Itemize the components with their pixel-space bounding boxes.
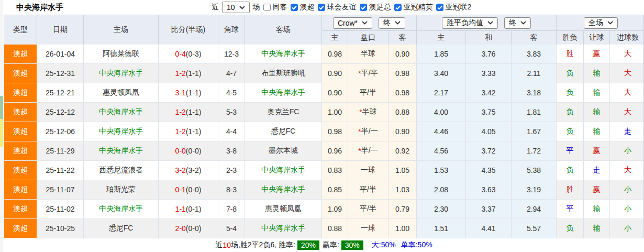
col-header-date: 日期 (37, 15, 84, 45)
avg-lose-odds: 2.11 (512, 64, 557, 83)
league-checkbox-2-label: 球会友谊 (327, 3, 357, 12)
result-goals: 小 (624, 185, 631, 194)
league-badge: 澳超 (4, 45, 37, 63)
odds-away: 0.90 (388, 45, 417, 63)
recent-count-select[interactable]: 10 (222, 2, 250, 13)
scope-select[interactable]: 全场 (584, 17, 618, 29)
result-goals: 大 (624, 166, 631, 175)
odds-away: 0.98 (388, 83, 417, 102)
average-dropdown-group: 胜平负均值 终 (417, 15, 557, 30)
handicap-rate-label: 赢率: (323, 240, 339, 250)
col-header-home: 主场 (84, 15, 159, 45)
away-team: 悉尼FC (271, 127, 296, 136)
avg-draw-odds: 3.75 (466, 103, 512, 122)
odds-home: 0.90 (322, 64, 348, 83)
league-badge: 澳超 (4, 83, 37, 102)
avg-lose-odds: 3.18 (512, 83, 557, 102)
result-goals: 走 (624, 127, 631, 136)
league-checkbox-1[interactable] (291, 4, 298, 11)
away-team: 惠灵顿凤凰 (265, 204, 302, 214)
check-icon (437, 5, 442, 10)
avg-lose-odds: 2.94 (512, 200, 557, 218)
handicap-line: 平/半 (360, 185, 376, 194)
score-fulltime: 1-2 (175, 127, 186, 136)
table-row: 澳超 26-01-04 阿德莱德联 0-4(0-3) 12-3 中央海岸水手 0… (4, 45, 643, 64)
subheader-winloss: 胜负 (557, 30, 584, 45)
table-row: 澳超 25-12-21 惠灵顿凤凰 3-1(1-1) 4-5 中央海岸水手 0.… (4, 83, 643, 103)
result-winloss: 负 (567, 88, 574, 97)
result-goals: 大 (624, 88, 631, 97)
league-checkbox-4[interactable] (394, 4, 402, 11)
odds-home: 0.88 (322, 219, 348, 238)
home-team: 悉尼FC (109, 224, 134, 233)
result-goals: 小 (624, 224, 631, 233)
corner-score: 7-8 (218, 200, 245, 218)
match-date: 25-11-29 (37, 141, 84, 160)
avg-draw-odds: 4.05 (466, 122, 512, 141)
result-goals: 小 (624, 204, 631, 214)
league-checkbox-5[interactable] (436, 4, 443, 11)
score-halftime: (3-2) (186, 166, 202, 174)
chevron-down-icon (487, 21, 493, 25)
match-history-panel: 中央海岸水手 近 10 场 同客 澳超 (0, 0, 644, 252)
odds-away: 0.98 (388, 64, 417, 83)
avg-lose-odds: 1.67 (512, 122, 557, 141)
corner-score: 5-4 (218, 219, 245, 238)
avg-draw-odds: 4.35 (466, 161, 512, 180)
away-team: 墨尔本城 (269, 146, 298, 156)
home-team: 西悉尼流浪者 (99, 166, 143, 175)
result-handicap: 走 (593, 166, 601, 175)
handicap-line: 平/半 (360, 88, 376, 97)
match-date: 25-12-06 (37, 122, 84, 141)
corner-score: 4-5 (218, 83, 245, 102)
league-checkbox-1-label: 澳超 (300, 3, 315, 12)
avg-win-odds: 3.40 (417, 64, 466, 83)
handicap-line: 半球 (362, 107, 377, 117)
col-header-away: 客场 (245, 15, 322, 45)
result-handicap: 输 (593, 69, 601, 78)
same-away-label: 同客 (273, 3, 287, 12)
recent-label: 近 (212, 3, 219, 12)
odds-home: 0.85 (322, 180, 348, 199)
match-date: 25-11-07 (37, 180, 84, 199)
odds-away: 0.92 (388, 141, 417, 160)
match-date: 25-12-12 (37, 103, 84, 122)
summary-text: 场,胜2平2负6, 胜率: (231, 240, 295, 250)
avg-win-odds: 4.00 (417, 103, 466, 122)
bookmaker-select[interactable]: Crow* (333, 17, 372, 29)
match-date: 25-11-22 (37, 161, 84, 180)
average-time-select[interactable]: 终 (504, 17, 531, 29)
league-checkbox-4-label: 亚冠精英 (404, 3, 433, 12)
result-winloss: 负 (567, 107, 574, 117)
result-handicap: 输 (593, 88, 601, 97)
home-team: 珀斯光荣 (106, 185, 136, 194)
bookmaker-time-select[interactable]: 终 (379, 17, 405, 29)
avg-lose-odds: 1.72 (512, 141, 557, 160)
check-icon (319, 5, 324, 10)
result-goals: 小 (624, 146, 631, 156)
single-rate-stat: 单率:50% (401, 240, 432, 250)
subheader-handicap: 盘口 (348, 30, 388, 45)
result-winloss: 负 (567, 69, 574, 78)
win-rate-badge: 20% (297, 240, 319, 250)
subheader-odds-home: 主 (322, 30, 348, 45)
match-date: 25-10-25 (37, 219, 84, 238)
same-away-checkbox[interactable] (263, 4, 271, 11)
avg-win-odds: 1.85 (417, 45, 466, 63)
avg-draw-odds: 3.42 (466, 83, 512, 102)
table-row: 澳超 25-11-22 西悉尼流浪者 3-2(3-2) 2-3 中央海岸水手 0… (4, 161, 643, 180)
filter-controls: 近 10 场 同客 澳超 (211, 0, 472, 15)
odds-home: 1.09 (322, 200, 348, 218)
odds-away: 0.90 (388, 122, 417, 141)
handicap-line: 一球 (361, 166, 375, 175)
table-header: 类型 日期 主场 比分(半场) 角球 客场 Crow* 终 (4, 15, 643, 45)
col-header-score: 比分(半场) (159, 15, 218, 45)
home-team: 中央海岸水手 (99, 146, 143, 156)
match-date: 26-01-04 (37, 45, 84, 63)
average-select[interactable]: 胜平负均值 (442, 17, 498, 29)
subheader-avg-draw: 和 (466, 30, 512, 45)
home-team: 中央海岸水手 (99, 204, 143, 214)
league-checkbox-3[interactable] (360, 4, 367, 11)
avg-draw-odds: 3.72 (466, 141, 512, 160)
league-checkbox-2[interactable] (318, 4, 325, 11)
